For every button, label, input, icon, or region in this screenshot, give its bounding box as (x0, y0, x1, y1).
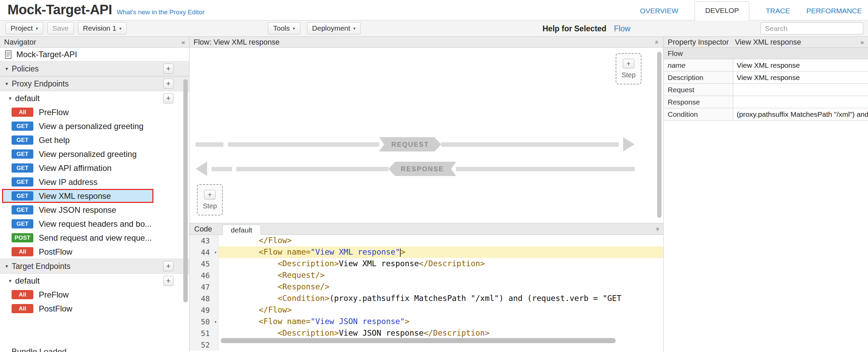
expand-inspector-icon[interactable]: » (860, 38, 864, 46)
property-label-condition: Condition (664, 108, 733, 120)
add-default-button[interactable]: + (163, 93, 173, 103)
code-line-45[interactable]: 45 <Description>View XML response</Descr… (189, 258, 663, 270)
gutter-line-51[interactable]: 51 (189, 327, 218, 339)
code-editor[interactable]: 43 </Flow>44▾ <Flow name="View XML respo… (189, 235, 663, 352)
gutter-line-49[interactable]: 49 (189, 304, 218, 316)
property-inspector-panel: Property Inspector View XML response » F… (664, 37, 868, 352)
flow-item-view-xml-response[interactable]: GETView XML response (2, 189, 153, 203)
flow-item-postflow[interactable]: AllPostFlow (0, 302, 189, 316)
gutter-line-43[interactable]: 43 (189, 235, 218, 246)
flow-item-send-request-and-view-reque[interactable]: POSTSend request and view reque... (0, 231, 189, 245)
gutter-line-45[interactable]: 45 (189, 258, 218, 270)
code-text[interactable]: <Flow name="View XML response"> (218, 246, 663, 258)
flow-item-view-api-affirmation[interactable]: GETView API affirmation (0, 161, 189, 175)
add-target-endpoints-button[interactable]: + (163, 261, 173, 271)
dropdown-caret-icon: ▾ (36, 26, 38, 31)
gutter-line-47[interactable]: 47 (189, 281, 218, 293)
disclosure-triangle-icon[interactable]: ▾ (9, 95, 12, 101)
collapse-code-panel-icon[interactable]: « (654, 227, 661, 231)
navigator-scrollbar[interactable] (183, 79, 188, 302)
gutter-line-48[interactable]: 48 (189, 293, 218, 304)
flow-item-view-request-headers-and-bo[interactable]: GETView request headers and bo... (0, 217, 189, 231)
property-inspector-subtitle: View XML response (735, 38, 801, 47)
code-text[interactable]: <Description>View JSON response</Descrip… (218, 327, 663, 339)
fold-caret-icon[interactable]: ▾ (214, 250, 217, 255)
verb-badge-all: All (12, 290, 33, 299)
code-text[interactable]: <Flow name="View JSON response"> (218, 316, 663, 327)
code-text[interactable]: <Response/> (218, 281, 663, 293)
gutter-line-50[interactable]: 50▾ (189, 316, 218, 327)
gutter-line-52[interactable]: 52 (189, 339, 218, 351)
disclosure-triangle-icon[interactable]: ▾ (5, 66, 8, 72)
save-button[interactable]: Save (47, 22, 74, 34)
property-value-request[interactable] (733, 84, 868, 96)
tab-develop[interactable]: DEVELOP (695, 1, 749, 20)
dropdown-caret-icon: ▾ (119, 26, 122, 31)
add-step-button-bottom[interactable]: + Step (197, 184, 223, 215)
code-horizontal-scrollbar[interactable] (221, 338, 616, 343)
nav-subsection-default[interactable]: ▾default+ (0, 91, 189, 105)
code-line-44[interactable]: 44▾ <Flow name="View XML response"> (189, 246, 663, 258)
flow-item-view-ip-address[interactable]: GETView IP address (0, 175, 189, 189)
disclosure-triangle-icon[interactable]: ▾ (5, 263, 8, 269)
code-text[interactable]: <Description>View XML response</Descript… (218, 258, 663, 270)
nav-subsection-default[interactable]: ▾default+ (0, 274, 189, 288)
collapse-flow-panel-icon[interactable]: « (654, 40, 661, 44)
code-text[interactable]: <Request/> (218, 270, 663, 281)
code-text[interactable]: </Flow> (218, 304, 663, 316)
flow-item-view-personalized-greeting[interactable]: GETView personalized greeting (0, 147, 189, 161)
flow-item-get-help[interactable]: GETGet help (0, 133, 189, 147)
code-tab-default[interactable]: default (222, 225, 261, 235)
flow-item-preflow[interactable]: AllPreFlow (0, 105, 189, 119)
code-text[interactable]: </Flow> (218, 235, 663, 246)
property-value-condition[interactable]: (proxy.pathsuffix MatchesPath "/xml") an… (733, 108, 868, 120)
deployment-button[interactable]: Deployment ▾ (307, 22, 361, 34)
flow-item-preflow[interactable]: AllPreFlow (0, 288, 189, 302)
add-proxy-endpoints-button[interactable]: + (163, 79, 173, 89)
property-label-name: name (664, 59, 733, 71)
navigator-root-mock-target-api[interactable]: Mock-Target-API (0, 48, 189, 61)
revision-button[interactable]: Revision 1 ▾ (78, 22, 127, 34)
fold-caret-icon[interactable]: ▾ (214, 319, 217, 324)
page-title: Mock-Target-API (7, 2, 112, 17)
gutter-line-44[interactable]: 44▾ (189, 246, 218, 258)
tools-button[interactable]: Tools ▾ (268, 22, 300, 34)
add-step-button-top[interactable]: + Step (616, 53, 641, 84)
property-value-name[interactable]: View XML response (733, 59, 868, 71)
verb-badge-all: All (12, 108, 33, 117)
help-flow-link[interactable]: Flow (614, 24, 631, 33)
nav-section-proxy-endpoints[interactable]: ▾Proxy Endpoints+ (0, 76, 189, 91)
code-line-47[interactable]: 47 <Response/> (189, 281, 663, 293)
flow-bar (441, 142, 619, 147)
flow-item-postflow[interactable]: AllPostFlow (0, 245, 189, 259)
code-line-43[interactable]: 43 </Flow> (189, 235, 663, 246)
whats-new-link[interactable]: What's new in the Proxy Editor (117, 9, 204, 16)
tab-overview[interactable]: OVERVIEW (640, 2, 678, 20)
add-policies-button[interactable]: + (163, 64, 173, 74)
disclosure-triangle-icon[interactable]: ▾ (9, 278, 12, 284)
flow-item-view-json-response[interactable]: GETView JSON response (0, 203, 189, 217)
code-line-48[interactable]: 48 <Condition>(proxy.pathsuffix MatchesP… (189, 293, 663, 304)
search-input[interactable] (761, 22, 863, 34)
project-button[interactable]: Project ▾ (5, 22, 43, 34)
property-value-description[interactable]: View XML response (733, 71, 868, 83)
code-line-46[interactable]: 46 <Request/> (189, 270, 663, 281)
nav-section-target-endpoints[interactable]: ▾Target Endpoints+ (0, 259, 189, 274)
code-line-50[interactable]: 50▾ <Flow name="View JSON response"> (189, 316, 663, 327)
collapse-navigator-icon[interactable]: « (181, 38, 185, 46)
flow-canvas-scrollbar[interactable] (657, 52, 662, 218)
tab-trace[interactable]: TRACE (766, 2, 790, 20)
code-text[interactable]: <Condition>(proxy.pathsuffix MatchesPath… (218, 293, 663, 304)
code-line-49[interactable]: 49 </Flow> (189, 304, 663, 316)
nav-section-policies[interactable]: ▾Policies+ (0, 61, 189, 76)
code-line-51[interactable]: 51 <Description>View JSON response</Desc… (189, 327, 663, 339)
tab-performance[interactable]: PERFORMANCE (806, 2, 862, 20)
property-value-response[interactable] (733, 96, 868, 108)
gutter-line-46[interactable]: 46 (189, 270, 218, 281)
flow-item-label: PreFlow (39, 290, 69, 300)
disclosure-triangle-icon[interactable]: ▾ (5, 81, 8, 87)
add-default-button[interactable]: + (163, 276, 173, 286)
main-tabs: OVERVIEWDEVELOPTRACEPERFORMANCE (623, 1, 862, 20)
request-label: REQUEST (379, 137, 441, 151)
flow-item-view-a-personalized-greeting[interactable]: GETView a personalized greeting (0, 119, 189, 133)
